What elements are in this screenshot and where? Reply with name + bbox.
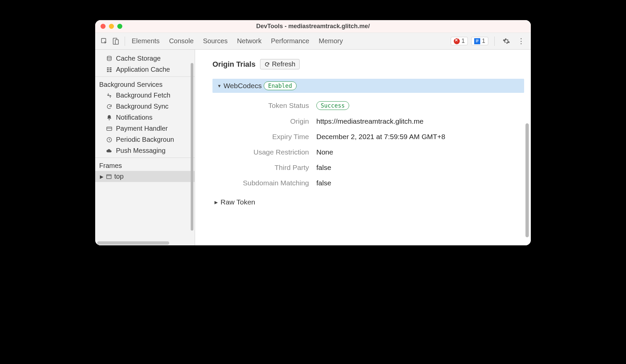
sidebar-item-background-fetch[interactable]: Background Fetch — [95, 90, 195, 101]
prop-value: false — [316, 164, 331, 172]
database-icon — [106, 56, 113, 62]
tab-elements[interactable]: Elements — [132, 37, 160, 45]
sidebar-item-label: Background Fetch — [116, 92, 170, 99]
prop-value: false — [316, 179, 331, 187]
prop-origin: Origin https://mediastreamtrack.glitch.m… — [216, 114, 524, 129]
settings-gear-icon[interactable] — [501, 38, 512, 45]
svg-rect-7 — [110, 69, 112, 70]
sidebar-header-frames: Frames — [95, 159, 195, 171]
main-scrollbar[interactable] — [525, 123, 529, 237]
cloud-icon — [106, 148, 113, 154]
sidebar-item-label: Notifications — [116, 114, 152, 121]
device-toggle-icon[interactable] — [111, 36, 121, 46]
element-picker-icon[interactable] — [99, 36, 109, 46]
sidebar-item-frame-top[interactable]: ▶ top — [95, 171, 195, 182]
prop-label: Origin — [216, 117, 316, 125]
tab-sources[interactable]: Sources — [203, 37, 228, 45]
sidebar-item-label: Payment Handler — [116, 125, 168, 132]
svg-rect-9 — [110, 71, 112, 72]
window-close-button[interactable] — [101, 24, 106, 29]
refresh-label: Refresh — [272, 60, 295, 68]
svg-rect-5 — [110, 67, 112, 68]
titlebar: DevTools - mediastreamtrack.glitch.me/ — [95, 20, 531, 33]
window-zoom-button[interactable] — [117, 24, 122, 29]
prop-label: Subdomain Matching — [216, 179, 316, 187]
application-sidebar: Cache Storage Application Cache Backgrou… — [95, 50, 195, 245]
sidebar-group-background-services: Background Services Background Fetch Bac… — [95, 76, 195, 158]
sidebar-item-background-sync[interactable]: Background Sync — [95, 101, 195, 112]
window-title: DevTools - mediastreamtrack.glitch.me/ — [95, 23, 531, 30]
expand-triangle-icon[interactable]: ▶ — [214, 200, 218, 205]
prop-label: Expiry Time — [216, 133, 316, 141]
sidebar-item-label: Push Messaging — [116, 147, 166, 155]
issues-pill[interactable]: 1 — [471, 37, 488, 45]
sidebar-item-payment-handler[interactable]: Payment Handler — [95, 123, 195, 134]
tab-performance[interactable]: Performance — [271, 37, 310, 45]
svg-rect-8 — [107, 71, 109, 72]
devtools-window: DevTools - mediastreamtrack.glitch.me/ E… — [95, 20, 531, 245]
sidebar-item-label: Application Cache — [116, 66, 170, 73]
prop-label: Usage Restriction — [216, 148, 316, 156]
sidebar-group-storage: Cache Storage Application Cache — [95, 50, 195, 76]
devtools-body: Cache Storage Application Cache Backgrou… — [95, 50, 531, 245]
sidebar-item-notifications[interactable]: Notifications — [95, 112, 195, 123]
sync-icon — [106, 104, 113, 110]
section-header: Origin Trials Refresh — [212, 59, 524, 69]
prop-usage-restriction: Usage Restriction None — [216, 144, 524, 160]
issues-icon — [474, 38, 480, 44]
tab-console[interactable]: Console — [169, 37, 193, 45]
sidebar-h-scrollbar[interactable] — [97, 241, 169, 245]
status-badge-enabled: Enabled — [264, 81, 297, 90]
sidebar-item-label: Periodic Backgroun — [116, 136, 174, 143]
error-icon — [454, 38, 460, 44]
expand-triangle-icon[interactable]: ▶ — [100, 174, 104, 179]
more-menu-icon[interactable]: ⋮ — [515, 37, 527, 46]
sidebar-item-label: Background Sync — [116, 103, 169, 110]
svg-rect-4 — [107, 67, 109, 68]
application-main: Origin Trials Refresh ▼ WebCodecs Enable… — [195, 50, 531, 245]
prop-third-party: Third Party false — [216, 160, 524, 175]
section-title: Origin Trials — [212, 60, 255, 69]
svg-rect-2 — [115, 40, 118, 44]
prop-value: December 2, 2021 at 7:59:59 AM GMT+8 — [316, 133, 445, 141]
toolbar-separator — [494, 37, 495, 46]
fetch-icon — [106, 93, 113, 99]
tab-network[interactable]: Network — [237, 37, 261, 45]
svg-point-3 — [107, 56, 111, 58]
card-icon — [106, 126, 113, 132]
prop-label: Token Status — [216, 102, 316, 110]
prop-token-status: Token Status Success — [216, 98, 524, 114]
sidebar-item-push-messaging[interactable]: Push Messaging — [95, 145, 195, 156]
prop-expiry: Expiry Time December 2, 2021 at 7:59:59 … — [216, 129, 524, 144]
bell-icon — [106, 115, 113, 121]
trial-properties: Token Status Success Origin https://medi… — [216, 98, 524, 191]
sidebar-group-frames: Frames ▶ top — [95, 158, 195, 183]
devtools-tabs: Elements Console Sources Network Perform… — [132, 37, 449, 45]
grid-icon — [106, 67, 113, 73]
sidebar-item-application-cache[interactable]: Application Cache — [95, 64, 195, 75]
errors-pill[interactable]: 1 — [451, 37, 468, 45]
trial-row[interactable]: ▼ WebCodecs Enabled — [212, 79, 524, 93]
sidebar-header-bg: Background Services — [95, 78, 195, 90]
window-minimize-button[interactable] — [109, 24, 114, 29]
sidebar-item-periodic-sync[interactable]: Periodic Backgroun — [95, 134, 195, 145]
prop-label: Third Party — [216, 164, 316, 172]
prop-value: None — [316, 148, 333, 156]
token-status-badge: Success — [316, 101, 349, 110]
raw-token-label: Raw Token — [221, 198, 255, 206]
clock-icon — [106, 137, 113, 143]
tab-memory[interactable]: Memory — [319, 37, 343, 45]
window-controls — [101, 24, 122, 29]
prop-value: https://mediastreamtrack.glitch.me — [316, 117, 424, 125]
collapse-triangle-icon[interactable]: ▼ — [217, 83, 222, 88]
prop-subdomain-matching: Subdomain Matching false — [216, 175, 524, 191]
svg-rect-12 — [107, 175, 111, 179]
refresh-button[interactable]: Refresh — [260, 59, 300, 69]
devtools-toolbar: Elements Console Sources Network Perform… — [95, 33, 531, 50]
sidebar-scrollbar[interactable] — [191, 63, 193, 231]
sidebar-item-cache-storage[interactable]: Cache Storage — [95, 53, 195, 64]
sidebar-item-label: top — [114, 173, 124, 180]
trial-name: WebCodecs — [224, 82, 262, 90]
frame-icon — [106, 174, 112, 180]
raw-token-row[interactable]: ▶ Raw Token — [214, 198, 524, 206]
